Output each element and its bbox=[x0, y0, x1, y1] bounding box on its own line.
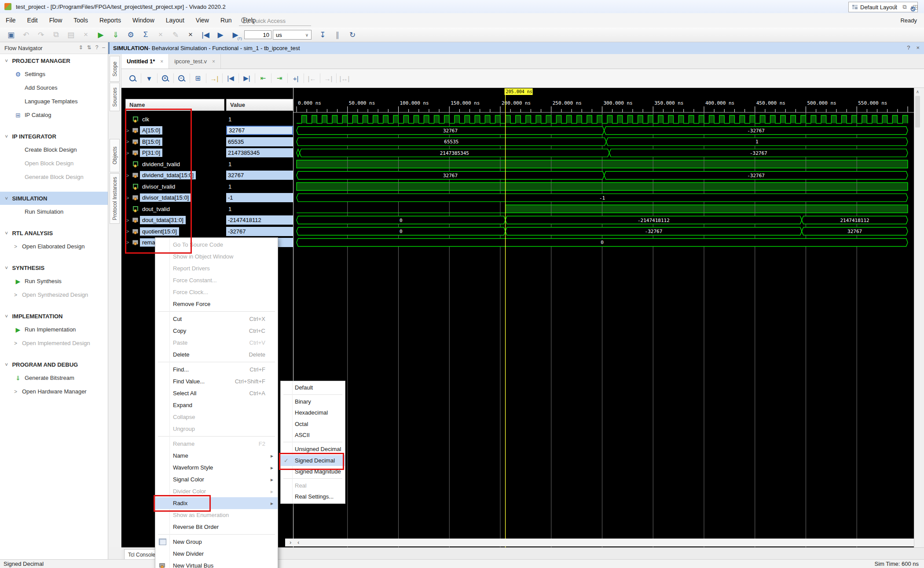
relaunch-icon[interactable]: ↻ bbox=[345, 30, 360, 40]
minimize-icon[interactable]: – bbox=[102, 44, 105, 51]
step-icon[interactable]: ↧ bbox=[315, 30, 330, 40]
run-for-time-icon[interactable]: ▶(T) bbox=[228, 30, 243, 40]
radix-option-default[interactable]: Default bbox=[281, 382, 345, 393]
flow-item-settings[interactable]: ⚙Settings bbox=[0, 67, 108, 81]
help-icon[interactable]: ? bbox=[95, 44, 99, 51]
radix-option-binary[interactable]: Binary bbox=[281, 396, 345, 407]
menu-item-reverse-bit-order[interactable]: Reverse Bit Order bbox=[155, 521, 278, 533]
flow-item-add-sources[interactable]: Add Sources bbox=[0, 81, 108, 95]
flow-section-simulation[interactable]: >SIMULATION bbox=[0, 192, 108, 205]
scroll-right-icon[interactable]: › bbox=[290, 539, 291, 546]
close-icon[interactable]: × bbox=[916, 44, 920, 51]
time-unit-select[interactable]: us∨ bbox=[273, 30, 312, 40]
menu-item-find-value[interactable]: Find Value...Ctrl+Shift+F bbox=[155, 375, 278, 387]
signal-value-clk[interactable]: 1 bbox=[226, 114, 293, 125]
flow-item-open-hardware-manager[interactable]: >Open Hardware Manager bbox=[0, 385, 108, 398]
menu-item-new-divider[interactable]: New Divider bbox=[155, 548, 278, 560]
menu-item-new-virtual-bus[interactable]: New Virtual Bus bbox=[155, 560, 278, 568]
menu-item-expand[interactable]: Expand bbox=[155, 399, 278, 411]
clear-icon[interactable]: × bbox=[183, 30, 198, 39]
menu-item-remove-force[interactable]: Remove Force bbox=[155, 298, 278, 310]
horizontal-scrollbar[interactable]: › ‹ bbox=[285, 539, 914, 546]
next-transition-icon[interactable]: ⇥ bbox=[273, 74, 286, 82]
side-tab-scope[interactable]: Scope bbox=[110, 56, 120, 82]
menu-item-delete[interactable]: DeleteDelete bbox=[155, 349, 278, 360]
signal-value-dividend-tdata-15-0[interactable]: 32767 bbox=[226, 170, 293, 181]
side-tab-sources[interactable]: Sources bbox=[110, 83, 120, 111]
save-waveform-icon[interactable]: ▼ bbox=[143, 75, 155, 82]
menu-item-waveform-style[interactable]: Waveform Style▸ bbox=[155, 462, 278, 473]
flow-item-run-implementation[interactable]: ▶Run Implementation bbox=[0, 323, 108, 336]
settings-gear-icon[interactable]: ⚙ bbox=[123, 30, 138, 40]
flow-section-program-and-debug[interactable]: >PROGRAM AND DEBUG bbox=[0, 358, 108, 371]
run-time-input[interactable] bbox=[244, 30, 271, 39]
tab-ipcore-test-v[interactable]: ipcore_test.v× bbox=[169, 54, 221, 69]
menu-layout[interactable]: Layout bbox=[160, 13, 190, 24]
menu-view[interactable]: View bbox=[190, 13, 215, 24]
menu-tools[interactable]: Tools bbox=[68, 13, 94, 24]
flow-item-run-simulation[interactable]: Run Simulation bbox=[0, 205, 108, 218]
signal-value-dividend-tvalid[interactable]: 1 bbox=[226, 159, 293, 170]
float-icon[interactable]: ⧉ bbox=[902, 4, 906, 11]
flow-item-language-templates[interactable]: Language Templates bbox=[0, 95, 108, 108]
tab-tcl-console[interactable]: Tcl Console bbox=[124, 549, 158, 560]
vertical-scrollbar[interactable]: ∧ bbox=[914, 88, 921, 547]
menu-item-new-group[interactable]: New Group bbox=[155, 536, 278, 548]
signal-value-dout-tdata-31-0[interactable]: -2147418112 bbox=[226, 215, 293, 226]
menu-file[interactable]: File bbox=[0, 13, 22, 24]
close-tab-icon[interactable]: × bbox=[160, 58, 163, 65]
add-marker-icon[interactable]: +| bbox=[290, 75, 302, 82]
report-sum-icon[interactable]: Σ bbox=[138, 30, 153, 39]
flow-item-generate-bitstream[interactable]: ⇓Generate Bitstream bbox=[0, 371, 108, 385]
run-all-icon[interactable]: ▶ bbox=[213, 30, 228, 40]
signal-value-quotient-15-0[interactable]: -32767 bbox=[226, 226, 293, 237]
signal-value-dout-tvalid[interactable]: 1 bbox=[226, 204, 293, 215]
expand-collapse-icon[interactable]: ⇅ bbox=[87, 44, 92, 51]
flow-section-rtl-analysis[interactable]: >RTL ANALYSIS bbox=[0, 226, 108, 240]
flow-item-open-elaborated-design[interactable]: >Open Elaborated Design bbox=[0, 240, 108, 253]
radix-option-octal[interactable]: Octal bbox=[281, 419, 345, 430]
tab-untitled-1[interactable]: Untitled 1*× bbox=[121, 54, 169, 69]
menu-item-select-all[interactable]: Select AllCtrl+A bbox=[155, 387, 278, 399]
zoom-fit-icon[interactable]: ⊞ bbox=[192, 74, 204, 82]
previous-transition-icon[interactable]: ⇤ bbox=[257, 74, 269, 82]
menu-edit[interactable]: Edit bbox=[22, 13, 44, 24]
scroll-left-icon[interactable]: ‹ bbox=[297, 539, 299, 546]
flow-section-project-manager[interactable]: >PROJECT MANAGER bbox=[0, 54, 108, 67]
menu-item-name[interactable]: Name▸ bbox=[155, 450, 278, 462]
quick-access-search[interactable]: Quick Access bbox=[239, 16, 311, 26]
menu-item-copy[interactable]: CopyCtrl+C bbox=[155, 325, 278, 337]
find-icon[interactable] bbox=[127, 74, 139, 82]
scrollbar-thumb[interactable] bbox=[915, 96, 920, 127]
zoom-out-icon[interactable]: − bbox=[176, 74, 188, 82]
value-column-header[interactable]: Value bbox=[226, 99, 293, 111]
menu-window[interactable]: Window bbox=[127, 13, 160, 24]
radix-option-hexadecimal[interactable]: Hexadecimal bbox=[281, 407, 345, 418]
signal-value-b-15-0[interactable]: 65535 bbox=[226, 136, 293, 147]
zoom-in-icon[interactable]: + bbox=[159, 74, 172, 82]
flow-item-run-synthesis[interactable]: ▶Run Synthesis bbox=[0, 274, 108, 288]
menu-item-cut[interactable]: CutCtrl+X bbox=[155, 313, 278, 325]
signal-value-a-15-0[interactable]: 32767 bbox=[226, 125, 293, 136]
pause-icon[interactable]: ∥ bbox=[330, 30, 345, 40]
flow-item-create-block-design[interactable]: Create Block Design bbox=[0, 143, 108, 157]
flow-section-ip-integrator[interactable]: >IP INTEGRATOR bbox=[0, 130, 108, 143]
scroll-up-icon[interactable]: ∧ bbox=[914, 88, 921, 94]
side-tab-protocol-instances[interactable]: Protocol Instances bbox=[110, 173, 120, 224]
menu-item-signal-color[interactable]: Signal Color▸ bbox=[155, 473, 278, 485]
restart-sim-icon[interactable]: |◀ bbox=[198, 30, 213, 40]
radix-option-real-settings[interactable]: Real Settings... bbox=[281, 491, 345, 502]
generate-bitstream-icon[interactable]: ⇓ bbox=[108, 30, 123, 40]
signal-value-divisor-tvalid[interactable]: 1 bbox=[226, 181, 293, 192]
signal-value-divisor-tdata-15-0[interactable]: -1 bbox=[226, 192, 293, 203]
flow-section-implementation[interactable]: >IMPLEMENTATION bbox=[0, 309, 108, 323]
wave-settings-gear-icon[interactable]: ⚙ bbox=[910, 5, 916, 13]
radix-option-ascii[interactable]: ASCII bbox=[281, 430, 345, 441]
help-icon[interactable]: ? bbox=[907, 44, 910, 51]
menu-run[interactable]: Run bbox=[215, 13, 238, 24]
signal-value-p-31-0[interactable]: 2147385345 bbox=[226, 147, 293, 158]
open-recent-icon[interactable]: ▣ bbox=[4, 30, 18, 40]
zoom-to-cursor-icon[interactable]: →| bbox=[208, 75, 220, 82]
waveform-canvas[interactable]: 32767-327676553512147385345-3276732767-3… bbox=[293, 88, 914, 547]
close-tab-icon[interactable]: × bbox=[212, 58, 215, 65]
